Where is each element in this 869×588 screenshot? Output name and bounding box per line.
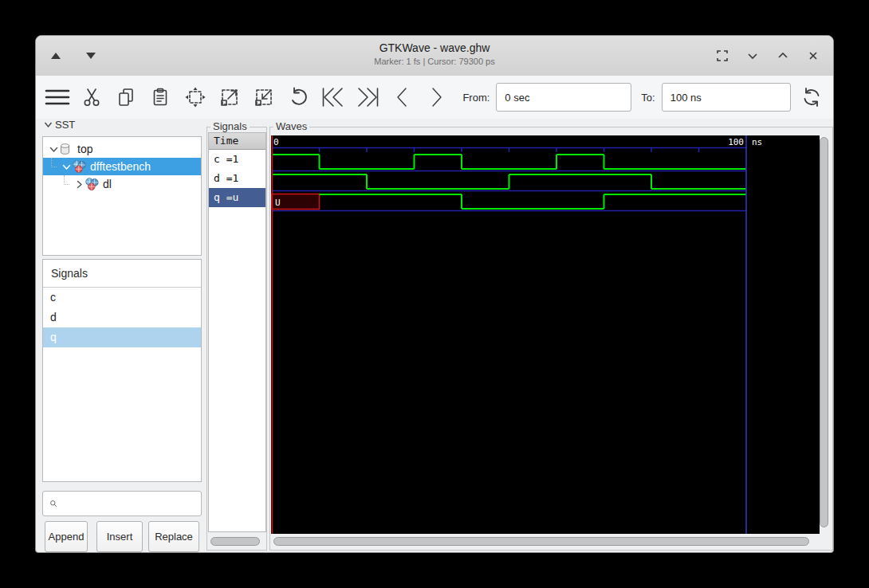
zoom-out-icon — [253, 86, 275, 108]
chevron-down-icon[interactable] — [48, 145, 59, 154]
signal-row-q[interactable]: q =u — [209, 188, 265, 207]
signals-list-panel: Signals c d q — [42, 259, 202, 482]
paste-button[interactable] — [147, 84, 174, 111]
wave-row-c — [272, 155, 746, 171]
module-icon — [72, 160, 86, 173]
titlebar[interactable]: GTKWave - wave.ghw Marker: 1 fs | Cursor… — [36, 36, 833, 76]
chevron-left-icon — [393, 87, 411, 108]
scrollbar-thumb[interactable] — [273, 537, 809, 546]
signal-column-hscrollbar[interactable] — [210, 536, 264, 547]
close-button[interactable] — [804, 47, 822, 65]
waves-hscrollbar[interactable] — [273, 536, 818, 547]
wave-row-d — [272, 174, 746, 191]
signals-frame-label: Signals — [210, 120, 250, 132]
search-icon — [49, 497, 57, 510]
go-to-end-button[interactable] — [355, 84, 381, 111]
signal-row-d[interactable]: d =1 — [209, 169, 265, 188]
svg-text:ns: ns — [752, 137, 762, 147]
desktop: { "window": { "title": "GTKWave - wave.g… — [0, 0, 869, 588]
expander-chevron-icon — [44, 120, 53, 129]
svg-text:U: U — [275, 198, 281, 208]
time-column-header[interactable]: Time — [209, 133, 265, 150]
zoom-out-button[interactable] — [251, 84, 277, 111]
sst-section-label[interactable]: SST — [44, 119, 75, 131]
tree-item-label: dfftestbench — [90, 160, 151, 173]
to-label: To: — [641, 92, 655, 104]
chevron-right-icon[interactable] — [73, 180, 85, 189]
waveform-plot: 0100nsU — [271, 135, 820, 534]
signal-list-item-q[interactable]: q — [43, 327, 201, 347]
reload-icon — [800, 86, 823, 108]
chevron-down-icon — [746, 49, 759, 62]
toolbar: From: To: — [36, 76, 833, 119]
svg-text:0: 0 — [273, 137, 279, 147]
close-icon — [807, 49, 820, 62]
tree-guide-line — [64, 175, 69, 185]
menu-button[interactable] — [44, 84, 70, 111]
maximize-button[interactable] — [774, 47, 792, 65]
zoom-fit-icon — [184, 86, 206, 108]
tree-item-top[interactable]: top — [43, 140, 201, 158]
fullscreen-icon — [715, 49, 729, 63]
previous-edge-button[interactable] — [389, 84, 415, 111]
scissors-icon — [82, 87, 101, 108]
wave-row-q: U — [272, 194, 746, 211]
module-icon — [85, 178, 99, 190]
tree-item-label: dl — [103, 178, 112, 190]
signals-list-header[interactable]: Signals — [43, 260, 201, 288]
chevron-right-icon — [428, 87, 446, 108]
wave-canvas[interactable]: 0100nsU — [271, 135, 820, 534]
tree-item-label: top — [77, 143, 92, 155]
signal-list-item-d[interactable]: d — [43, 308, 201, 327]
chevron-up-icon — [777, 49, 789, 62]
waves-frame-label: Waves — [273, 120, 309, 132]
tree-item-dl[interactable]: dl — [43, 175, 201, 193]
append-button[interactable]: Append — [45, 521, 88, 552]
svg-text:100: 100 — [728, 137, 744, 147]
signals-column-frame: Signals Time c =1 d =1 q =u — [206, 127, 267, 551]
zoom-in-icon — [218, 86, 241, 108]
insert-button[interactable]: Insert — [96, 521, 143, 552]
waves-vscrollbar[interactable] — [819, 135, 830, 534]
next-edge-button[interactable] — [423, 84, 450, 111]
scrollbar-thumb[interactable] — [210, 537, 260, 546]
copy-icon — [116, 87, 136, 108]
zoom-in-button[interactable] — [216, 84, 242, 111]
copy-button[interactable] — [113, 84, 140, 111]
signal-search-box[interactable] — [42, 491, 202, 516]
from-input[interactable] — [496, 83, 631, 112]
signal-row-c[interactable]: c =1 — [209, 150, 265, 169]
fullscreen-button[interactable] — [714, 47, 731, 65]
from-label: From: — [462, 92, 490, 104]
search-input[interactable] — [57, 492, 201, 515]
signal-list-item-c[interactable]: c — [43, 288, 201, 308]
hamburger-menu-icon — [45, 88, 70, 107]
signal-name-column: Time c =1 d =1 q =u — [208, 132, 266, 532]
chevron-down-icon[interactable] — [61, 163, 72, 171]
cut-button[interactable] — [78, 84, 104, 111]
scrollbar-thumb[interactable] — [820, 137, 828, 527]
replace-button[interactable]: Replace — [148, 521, 199, 552]
clipboard-paste-icon — [151, 87, 170, 108]
minimize-button[interactable] — [744, 47, 761, 65]
to-input[interactable] — [662, 83, 791, 112]
skip-to-start-icon — [321, 87, 345, 108]
tree-guide-line — [51, 158, 57, 167]
cylinder-icon — [59, 143, 73, 155]
zoom-fit-button[interactable] — [182, 84, 208, 111]
reload-button[interactable] — [799, 84, 825, 111]
undo-arrow-icon — [289, 87, 309, 108]
sst-tree: top dfftestbench — [42, 136, 202, 256]
go-to-start-button[interactable] — [320, 84, 346, 111]
gtkwave-window: GTKWave - wave.ghw Marker: 1 fs | Cursor… — [35, 35, 834, 553]
skip-to-end-icon — [356, 87, 379, 108]
undo-button[interactable] — [285, 84, 312, 111]
waves-frame: Waves 0100nsU — [269, 127, 833, 551]
tree-item-dfftestbench[interactable]: dfftestbench — [43, 158, 201, 175]
